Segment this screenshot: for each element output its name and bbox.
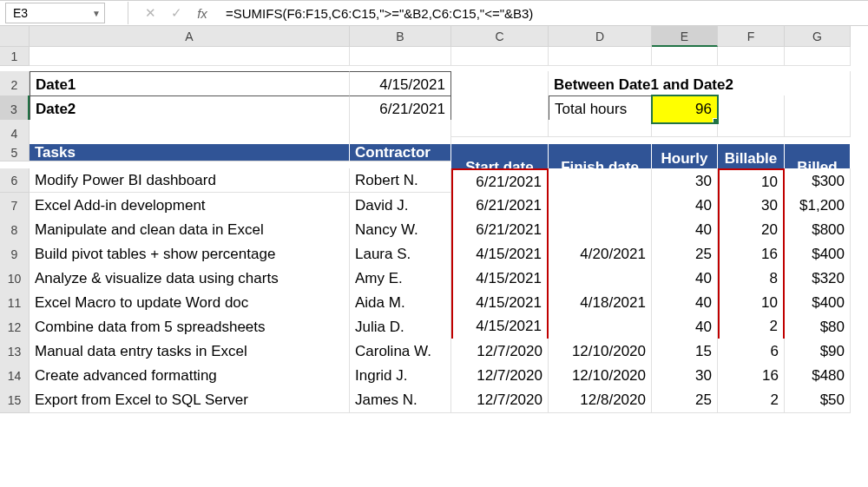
cell[interactable]	[652, 47, 718, 66]
row-header-6[interactable]: 6	[0, 168, 30, 193]
hdr-tasks[interactable]: Tasks	[30, 144, 350, 161]
row-header-11[interactable]: 11	[0, 290, 30, 316]
task-cell[interactable]: Manual data entry tasks in Excel	[30, 339, 350, 365]
cell[interactable]	[785, 120, 851, 137]
billed-cell[interactable]: $480	[785, 363, 851, 389]
col-header-B[interactable]: B	[350, 26, 451, 47]
finish-cell[interactable]	[549, 168, 652, 194]
fx-icon[interactable]: fx	[189, 6, 215, 21]
finish-cell[interactable]	[549, 193, 652, 219]
total-hours-value[interactable]: 96	[652, 95, 718, 123]
hours-cell[interactable]: 30	[718, 193, 785, 219]
row-header-13[interactable]: 13	[0, 339, 30, 365]
rate-cell[interactable]: 30	[652, 168, 718, 194]
start-cell[interactable]: 6/21/2021	[451, 193, 549, 219]
col-header-F[interactable]: F	[718, 26, 785, 47]
rate-cell[interactable]: 40	[652, 290, 718, 316]
billed-cell[interactable]: $320	[785, 266, 851, 292]
hours-cell[interactable]: 2	[718, 314, 785, 340]
select-all-corner[interactable]	[0, 26, 30, 47]
billed-cell[interactable]: $50	[785, 387, 851, 413]
cell[interactable]	[350, 47, 451, 66]
finish-cell[interactable]: 4/20/2021	[549, 241, 652, 267]
start-cell[interactable]: 6/21/2021	[451, 168, 549, 194]
finish-cell[interactable]: 12/8/2020	[549, 387, 652, 413]
cell[interactable]	[451, 47, 549, 66]
rate-cell[interactable]: 40	[652, 266, 718, 292]
cell[interactable]	[718, 47, 785, 66]
chevron-down-icon[interactable]: ▼	[92, 9, 101, 18]
start-cell[interactable]: 12/7/2020	[451, 339, 549, 365]
start-cell[interactable]: 4/15/2021	[451, 266, 549, 292]
finish-cell[interactable]	[549, 314, 652, 340]
rate-cell[interactable]: 25	[652, 241, 718, 267]
col-header-G[interactable]: G	[785, 26, 851, 47]
col-header-A[interactable]: A	[30, 26, 350, 47]
hours-cell[interactable]: 16	[718, 241, 785, 267]
rate-cell[interactable]: 30	[652, 363, 718, 389]
billed-cell[interactable]: $800	[785, 217, 851, 243]
hours-cell[interactable]: 10	[718, 290, 785, 316]
task-cell[interactable]: Build pivot tables + show percentage	[30, 241, 350, 267]
col-header-E[interactable]: E	[652, 26, 718, 47]
finish-cell[interactable]	[549, 217, 652, 243]
name-box[interactable]: E3 ▼	[5, 3, 105, 23]
task-cell[interactable]: Manipulate and clean data in Excel	[30, 217, 350, 243]
col-header-C[interactable]: C	[451, 26, 549, 47]
col-header-D[interactable]: D	[549, 26, 652, 47]
cell[interactable]	[549, 120, 652, 137]
rate-cell[interactable]: 15	[652, 339, 718, 365]
row-header-9[interactable]: 9	[0, 241, 30, 267]
start-cell[interactable]: 6/21/2021	[451, 217, 549, 243]
formula-input[interactable]	[215, 3, 868, 23]
finish-cell[interactable]: 12/10/2020	[549, 363, 652, 389]
rate-cell[interactable]: 25	[652, 387, 718, 413]
contractor-cell[interactable]: Ingrid J.	[350, 363, 451, 389]
contractor-cell[interactable]: Nancy W.	[350, 217, 451, 243]
sheet-grid[interactable]: 12Date14/15/2021Between Date1 and Date23…	[0, 47, 868, 411]
row-header-1[interactable]: 1	[0, 47, 30, 66]
billed-cell[interactable]: $80	[785, 314, 851, 340]
row-header-12[interactable]: 12	[0, 314, 30, 340]
finish-cell[interactable]: 4/18/2021	[549, 290, 652, 316]
hours-cell[interactable]: 8	[718, 266, 785, 292]
cell[interactable]	[785, 47, 851, 66]
row-header-15[interactable]: 15	[0, 387, 30, 413]
rate-cell[interactable]: 40	[652, 193, 718, 219]
task-cell[interactable]: Excel Macro to update Word doc	[30, 290, 350, 316]
row-header-14[interactable]: 14	[0, 363, 30, 389]
contractor-cell[interactable]: Julia D.	[350, 314, 451, 340]
start-cell[interactable]: 12/7/2020	[451, 363, 549, 389]
rate-cell[interactable]: 40	[652, 314, 718, 340]
hours-cell[interactable]: 6	[718, 339, 785, 365]
task-cell[interactable]: Excel Add-in development	[30, 193, 350, 219]
billed-cell[interactable]: $1,200	[785, 193, 851, 219]
hours-cell[interactable]: 2	[718, 387, 785, 413]
finish-cell[interactable]: 12/10/2020	[549, 339, 652, 365]
contractor-cell[interactable]: David J.	[350, 193, 451, 219]
cell[interactable]	[718, 120, 785, 137]
start-cell[interactable]: 4/15/2021	[451, 290, 549, 316]
hours-cell[interactable]: 10	[718, 168, 785, 194]
billed-cell[interactable]: $90	[785, 339, 851, 365]
start-cell[interactable]: 12/7/2020	[451, 387, 549, 413]
cell[interactable]	[549, 47, 652, 66]
hours-cell[interactable]: 20	[718, 217, 785, 243]
contractor-cell[interactable]: James N.	[350, 387, 451, 413]
billed-cell[interactable]: $300	[785, 168, 851, 194]
contractor-cell[interactable]: Robert N.	[350, 168, 451, 193]
start-cell[interactable]: 4/15/2021	[451, 314, 549, 340]
rate-cell[interactable]: 40	[652, 217, 718, 243]
row-header-5[interactable]: 5	[0, 144, 30, 161]
cell[interactable]	[30, 47, 350, 66]
task-cell[interactable]: Analyze & visualize data using charts	[30, 266, 350, 292]
hdr-contractor[interactable]: Contractor	[350, 144, 451, 161]
finish-cell[interactable]	[549, 266, 652, 292]
billed-cell[interactable]: $400	[785, 290, 851, 316]
task-cell[interactable]: Modify Power BI dashboard	[30, 168, 350, 193]
start-cell[interactable]: 4/15/2021	[451, 241, 549, 267]
task-cell[interactable]: Export from Excel to SQL Server	[30, 387, 350, 413]
row-header-8[interactable]: 8	[0, 217, 30, 243]
hours-cell[interactable]: 16	[718, 363, 785, 389]
row-header-10[interactable]: 10	[0, 266, 30, 292]
